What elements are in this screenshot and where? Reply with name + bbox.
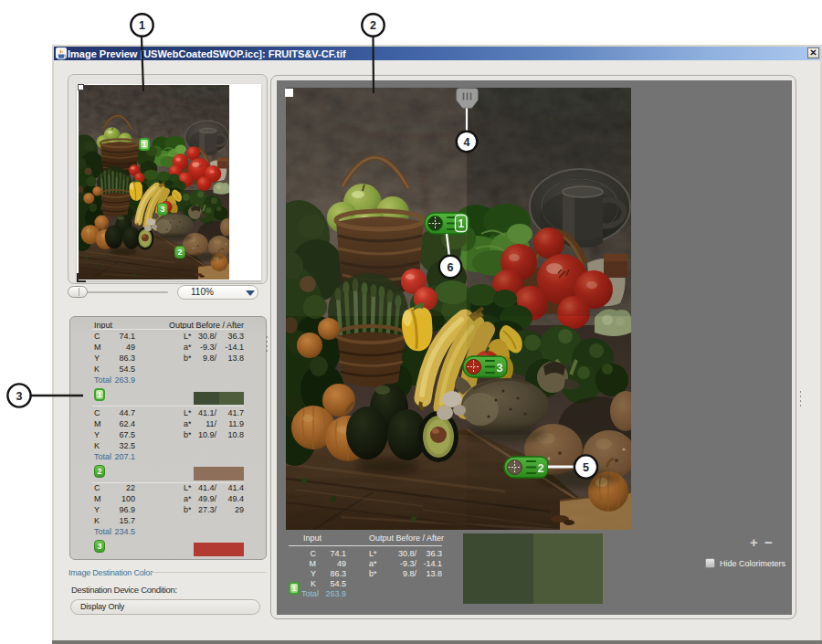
svg-text:2: 2 bbox=[537, 461, 543, 475]
svg-text:3: 3 bbox=[496, 361, 502, 375]
svg-text:2: 2 bbox=[370, 19, 376, 32]
svg-text:3: 3 bbox=[16, 390, 23, 403]
svg-text:1: 1 bbox=[458, 217, 464, 230]
svg-text:1: 1 bbox=[139, 19, 145, 32]
